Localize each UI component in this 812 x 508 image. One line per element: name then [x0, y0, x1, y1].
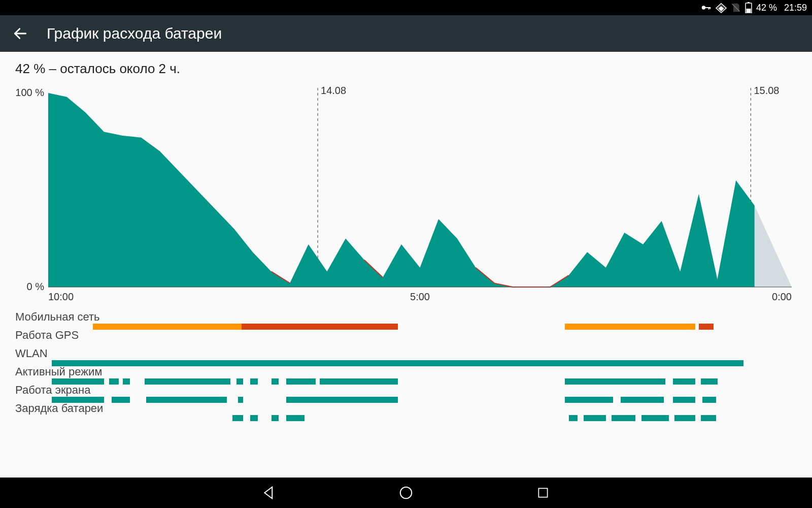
timeline-segment — [565, 397, 613, 403]
timeline-segment — [145, 378, 230, 385]
timeline-segment — [236, 378, 243, 385]
clock-text: 21:59 — [784, 3, 807, 13]
page-title: График расхода батареи — [47, 25, 222, 42]
timeline-segment — [123, 378, 130, 385]
timeline-segment — [242, 324, 398, 330]
battery-summary: 42 % – осталось около 2 ч. — [15, 61, 797, 77]
timeline-segment — [701, 378, 717, 385]
svg-text:100 %: 100 % — [15, 87, 44, 98]
timeline-segment — [250, 378, 258, 385]
timeline-segment — [320, 378, 398, 385]
timeline-row-label: Работа GPS — [15, 330, 797, 341]
timeline-segment — [286, 378, 316, 385]
timeline-segment — [112, 397, 130, 403]
no-sim-icon — [731, 3, 741, 13]
svg-text:0 %: 0 % — [27, 281, 45, 292]
content: 42 % – осталось около 2 ч. 100 %0 %14.08… — [0, 52, 812, 478]
timeline-segment — [565, 378, 665, 385]
timeline-row-label: Активный режим — [15, 366, 797, 377]
timeline-rows: Мобильная сетьРабота GPSWLANАктивный реж… — [15, 311, 797, 421]
timeline-segment — [569, 415, 578, 421]
timeline-segment — [673, 378, 695, 385]
timeline-row: Работа экрана — [15, 385, 797, 403]
timeline-segment — [701, 415, 716, 421]
timeline-row: Активный режим — [15, 366, 797, 385]
timeline-segment — [232, 415, 243, 421]
svg-text:15.08: 15.08 — [754, 85, 779, 96]
nav-back-button[interactable] — [259, 483, 279, 503]
timeline-row-label: Мобильная сеть — [15, 311, 797, 323]
app-bar: График расхода батареи — [0, 15, 812, 52]
timeline-segment — [93, 324, 242, 330]
timeline-row: Мобильная сеть — [15, 311, 797, 330]
back-button[interactable] — [10, 23, 30, 44]
timeline-row: WLAN — [15, 348, 797, 366]
timeline-segment — [641, 415, 669, 421]
nav-recent-button[interactable] — [533, 483, 553, 503]
timeline-row-bar — [15, 342, 797, 348]
svg-text:10:00: 10:00 — [48, 291, 74, 302]
timeline-segment — [673, 397, 695, 403]
svg-text:14.08: 14.08 — [321, 85, 346, 96]
timeline-row-bar — [15, 324, 797, 330]
timeline-segment — [565, 324, 695, 330]
timeline-row-bar — [15, 415, 797, 421]
timeline-segment — [272, 378, 279, 385]
svg-rect-2 — [708, 7, 709, 10]
svg-rect-3 — [709, 7, 710, 9]
timeline-segment — [286, 397, 398, 403]
status-bar: 42 % 21:59 — [0, 0, 812, 15]
battery-percent-text: 42 % — [756, 3, 777, 13]
timeline-segment — [272, 415, 279, 421]
timeline-segment — [238, 397, 243, 403]
svg-rect-7 — [746, 9, 751, 13]
vpn-key-icon — [700, 2, 712, 13]
wifi-icon — [716, 2, 727, 13]
timeline-segment — [674, 415, 695, 421]
svg-rect-6 — [748, 2, 750, 3]
svg-point-0 — [702, 6, 705, 9]
timeline-segment — [584, 415, 606, 421]
svg-text:0:00: 0:00 — [772, 291, 792, 302]
svg-point-19 — [400, 487, 412, 499]
navigation-bar — [0, 478, 812, 508]
timeline-row: Работа GPS — [15, 330, 797, 348]
timeline-segment — [612, 415, 635, 421]
battery-chart[interactable]: 100 %0 %14.0815.0810:005:000:00 — [15, 84, 797, 309]
timeline-row-bar — [15, 360, 797, 366]
svg-text:5:00: 5:00 — [410, 291, 430, 302]
timeline-segment — [286, 415, 305, 421]
timeline-segment — [702, 397, 716, 403]
timeline-row: Зарядка батареи — [15, 403, 797, 421]
timeline-row-label: WLAN — [15, 348, 797, 359]
svg-rect-20 — [538, 488, 547, 497]
timeline-segment — [52, 360, 743, 366]
timeline-segment — [146, 397, 226, 403]
timeline-row-label: Работа экрана — [15, 385, 797, 396]
battery-icon — [745, 2, 752, 13]
nav-home-button[interactable] — [396, 483, 416, 503]
timeline-segment — [250, 415, 258, 421]
timeline-row-bar — [15, 378, 797, 385]
timeline-segment — [109, 378, 119, 385]
timeline-row-label: Зарядка батареи — [15, 403, 797, 414]
timeline-segment — [621, 397, 664, 403]
timeline-segment — [699, 324, 714, 330]
timeline-row-bar — [15, 397, 797, 403]
